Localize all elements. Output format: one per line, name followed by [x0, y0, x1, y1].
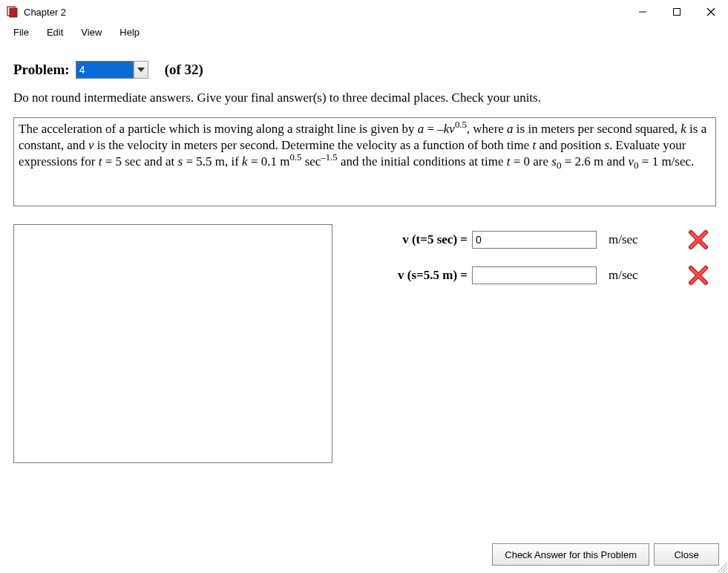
answer-row-v-at-s: v (s=5.5 m) = m/sec	[361, 264, 716, 286]
answer-label-v-at-t: v (t=5 sec) =	[361, 232, 472, 247]
answer-input-v-at-t[interactable]	[472, 231, 597, 249]
problem-selector-row: Problem: 4 (of 32)	[13, 61, 716, 79]
answer-unit-v-at-s: m/sec	[597, 268, 656, 283]
instruction-text: Do not round intermediate answers. Give …	[13, 91, 716, 105]
menubar: File Edit View Help	[0, 24, 728, 40]
incorrect-mark-icon	[687, 229, 709, 251]
titlebar: Chapter 2	[0, 0, 728, 24]
resize-grip-icon[interactable]	[715, 560, 728, 573]
minimize-button[interactable]	[626, 0, 660, 24]
svg-line-7	[721, 566, 727, 572]
footer-buttons: Check Answer for this Problem Close	[492, 543, 719, 566]
answers-panel: v (t=5 sec) = m/sec v (s=5.5 m) = m/sec	[361, 224, 716, 300]
close-button[interactable]: Close	[654, 543, 719, 566]
app-icon	[6, 5, 19, 19]
menu-edit[interactable]: Edit	[38, 25, 72, 39]
menu-view[interactable]: View	[72, 25, 111, 39]
problem-label: Problem:	[13, 62, 70, 78]
close-window-button[interactable]	[694, 0, 728, 24]
answer-label-v-at-s: v (s=5.5 m) =	[361, 268, 472, 283]
lower-area: v (t=5 sec) = m/sec v (s=5.5 m) = m/sec	[13, 224, 716, 463]
answer-row-v-at-t: v (t=5 sec) = m/sec	[361, 229, 716, 251]
content-area: Problem: 4 (of 32) Do not round intermed…	[0, 40, 728, 463]
problem-number-value[interactable]: 4	[76, 61, 134, 79]
window-title: Chapter 2	[24, 7, 66, 18]
dropdown-arrow-icon[interactable]	[134, 61, 148, 79]
answer-unit-v-at-t: m/sec	[597, 232, 656, 247]
maximize-button[interactable]	[660, 0, 694, 24]
svg-rect-1	[10, 8, 17, 17]
incorrect-mark-icon	[687, 264, 709, 286]
check-answer-button[interactable]: Check Answer for this Problem	[492, 543, 649, 566]
menu-file[interactable]: File	[4, 25, 38, 39]
problem-total: (of 32)	[165, 62, 203, 78]
svg-rect-3	[674, 9, 681, 16]
figure-box	[13, 224, 332, 463]
menu-help[interactable]: Help	[111, 25, 148, 39]
problem-statement-box: The acceleration of a particle which is …	[13, 117, 716, 206]
answer-input-v-at-s[interactable]	[472, 266, 597, 284]
problem-statement: The acceleration of a particle which is …	[19, 122, 706, 168]
problem-number-select[interactable]: 4	[76, 61, 148, 79]
